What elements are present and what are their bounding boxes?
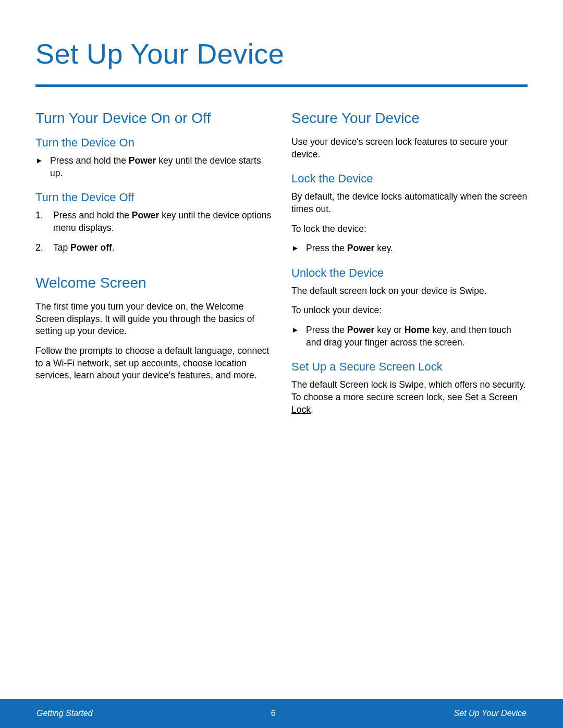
- unlock-step: ► Press the Power key or Home key, and t…: [291, 324, 528, 349]
- lock-paragraph-2: To lock the device:: [291, 223, 528, 236]
- list-item: Press and hold the Power key until the d…: [48, 209, 272, 234]
- footer-right: Set Up Your Device: [454, 709, 527, 718]
- secure-lock-paragraph: The default Screen lock is Swipe, which …: [291, 379, 528, 416]
- page-footer: Getting Started 6 Set Up Your Device: [0, 699, 563, 728]
- subheading-lock: Lock the Device: [291, 172, 528, 186]
- heading-turn-on-off: Turn Your Device On or Off: [35, 110, 272, 127]
- heading-secure: Secure Your Device: [291, 110, 528, 127]
- turn-on-step: ► Press and hold the Power key until the…: [35, 155, 272, 179]
- unlock-paragraph-2: To unlock your device:: [291, 304, 528, 317]
- subheading-turn-off: Turn the Device Off: [35, 191, 272, 204]
- unlock-step-text: Press the Power key or Home key, and the…: [306, 324, 528, 349]
- left-column: Turn Your Device On or Off Turn the Devi…: [35, 110, 272, 423]
- lock-paragraph-1: By default, the device locks automatical…: [291, 191, 528, 215]
- page-title: Set Up Your Device: [35, 38, 528, 70]
- turn-on-text: Press and hold the Power key until the d…: [50, 155, 272, 179]
- lock-step: ► Press the Power key.: [291, 242, 528, 255]
- right-column: Secure Your Device Use your device's scr…: [291, 110, 528, 423]
- arrow-icon: ►: [35, 155, 50, 179]
- footer-left: Getting Started: [36, 709, 93, 718]
- lock-step-text: Press the Power key.: [306, 242, 528, 255]
- welcome-paragraph-2: Follow the prompts to choose a default l…: [35, 345, 272, 382]
- unlock-paragraph-1: The default screen lock on your device i…: [291, 285, 528, 298]
- secure-intro: Use your device's screen lock features t…: [291, 136, 528, 161]
- arrow-icon: ►: [291, 242, 306, 255]
- turn-off-steps: Press and hold the Power key until the d…: [35, 209, 272, 254]
- subheading-turn-on: Turn the Device On: [35, 136, 272, 150]
- arrow-icon: ►: [291, 324, 306, 349]
- subheading-unlock: Unlock the Device: [291, 266, 528, 280]
- heading-welcome: Welcome Screen: [35, 275, 272, 291]
- title-rule: [35, 84, 528, 87]
- welcome-paragraph-1: The first time you turn your device on, …: [35, 301, 272, 338]
- footer-page-number: 6: [271, 709, 276, 718]
- content-columns: Turn Your Device On or Off Turn the Devi…: [35, 110, 528, 423]
- list-item: Tap Power off.: [48, 242, 272, 254]
- subheading-secure-lock: Set Up a Secure Screen Lock: [291, 360, 528, 374]
